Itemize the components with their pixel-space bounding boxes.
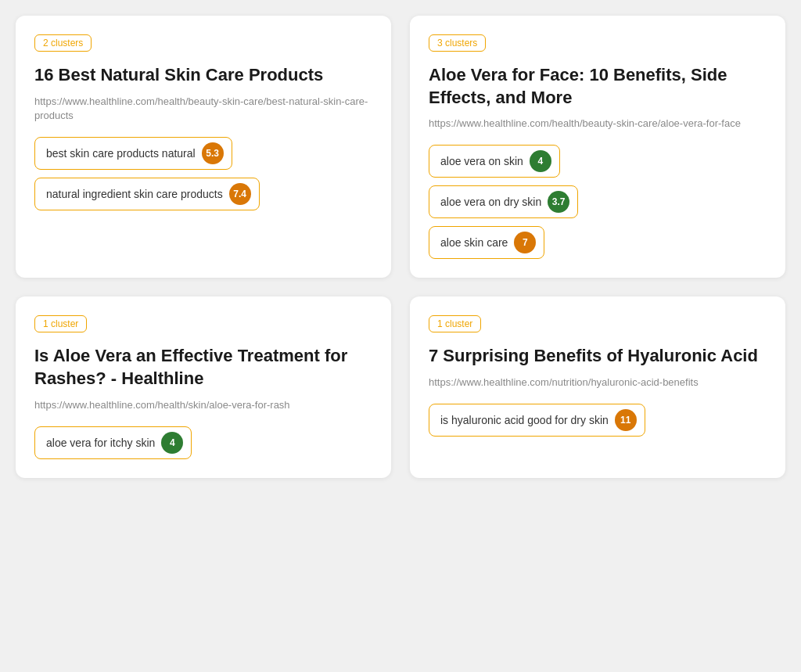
card-title: 16 Best Natural Skin Care Products bbox=[34, 64, 372, 87]
keyword-value-badge: 7 bbox=[514, 232, 536, 253]
keyword-text: natural ingredient skin care products bbox=[46, 188, 223, 200]
keyword-list: is hyaluronic acid good for dry skin11 bbox=[429, 404, 767, 437]
keyword-tag[interactable]: aloe vera for itchy skin4 bbox=[34, 426, 192, 459]
card-1: 2 clusters16 Best Natural Skin Care Prod… bbox=[16, 16, 391, 278]
keyword-text: is hyaluronic acid good for dry skin bbox=[440, 414, 609, 426]
card-url: https://www.healthline.com/health/beauty… bbox=[429, 117, 767, 131]
card-title: 7 Surprising Benefits of Hyaluronic Acid bbox=[429, 345, 767, 368]
keyword-value-badge: 4 bbox=[530, 150, 551, 172]
card-url: https://www.healthline.com/nutrition/hya… bbox=[429, 376, 767, 390]
keyword-list: aloe vera for itchy skin4 bbox=[34, 426, 372, 459]
cluster-badge: 2 clusters bbox=[34, 34, 92, 52]
keyword-tag[interactable]: is hyaluronic acid good for dry skin11 bbox=[429, 404, 645, 437]
cluster-badge: 3 clusters bbox=[429, 34, 486, 52]
keyword-tag[interactable]: natural ingredient skin care products7.4 bbox=[34, 178, 260, 210]
keyword-tag[interactable]: best skin care products natural5.3 bbox=[34, 137, 232, 170]
keyword-value-badge: 3.7 bbox=[548, 191, 569, 213]
keyword-tag[interactable]: aloe vera on skin4 bbox=[429, 145, 560, 178]
keyword-value-badge: 7.4 bbox=[229, 183, 251, 205]
card-title: Is Aloe Vera an Effective Treatment for … bbox=[34, 345, 372, 390]
keyword-value-badge: 11 bbox=[615, 409, 637, 431]
card-3: 1 clusterIs Aloe Vera an Effective Treat… bbox=[16, 296, 391, 477]
keyword-tag[interactable]: aloe skin care7 bbox=[429, 226, 544, 259]
card-4: 1 cluster7 Surprising Benefits of Hyalur… bbox=[410, 296, 785, 477]
cards-grid: 2 clusters16 Best Natural Skin Care Prod… bbox=[16, 16, 785, 478]
card-2: 3 clustersAloe Vera for Face: 10 Benefit… bbox=[410, 16, 785, 278]
cluster-badge: 1 cluster bbox=[429, 315, 481, 332]
keyword-tag[interactable]: aloe vera on dry skin3.7 bbox=[429, 185, 578, 218]
keyword-text: aloe vera on dry skin bbox=[440, 196, 541, 208]
keyword-value-badge: 4 bbox=[161, 432, 183, 454]
cluster-badge: 1 cluster bbox=[34, 315, 87, 332]
keyword-list: aloe vera on skin4aloe vera on dry skin3… bbox=[429, 145, 767, 259]
keyword-text: aloe vera on skin bbox=[440, 155, 523, 167]
card-url: https://www.healthline.com/health/beauty… bbox=[34, 95, 372, 123]
keyword-text: best skin care products natural bbox=[46, 147, 196, 160]
keyword-value-badge: 5.3 bbox=[202, 142, 224, 164]
keyword-list: best skin care products natural5.3natura… bbox=[34, 137, 372, 210]
card-title: Aloe Vera for Face: 10 Benefits, Side Ef… bbox=[429, 64, 767, 109]
keyword-text: aloe vera for itchy skin bbox=[46, 437, 155, 449]
card-url: https://www.healthline.com/health/skin/a… bbox=[34, 398, 372, 412]
keyword-text: aloe skin care bbox=[440, 236, 508, 249]
